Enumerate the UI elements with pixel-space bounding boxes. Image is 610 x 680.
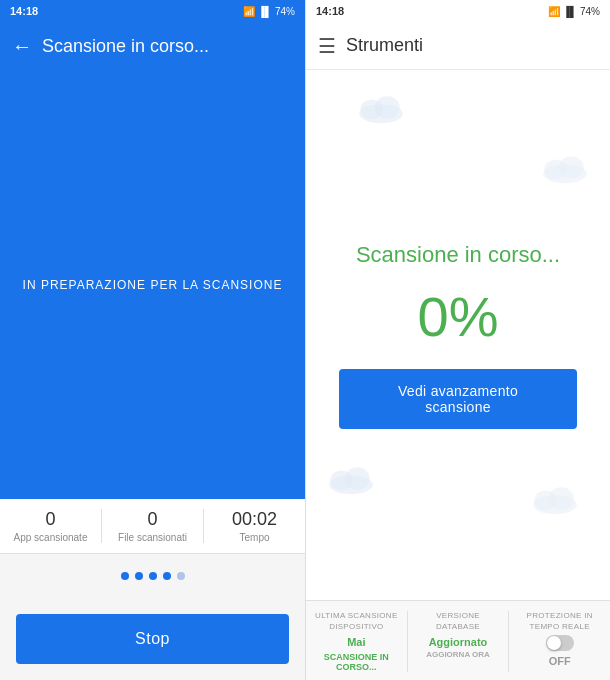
right-status-bar: 14:18 📶 ▐▌ 74%	[306, 0, 610, 22]
right-percent-display: 0%	[418, 284, 499, 349]
stat-files-label: File scansionati	[118, 532, 187, 543]
footer-last-scan-label: ULTIMA SCANSIONE DISPOSITIVO	[312, 611, 401, 632]
left-scanning-area: IN PREPARAZIONE PER LA SCANSIONE	[0, 70, 305, 499]
stop-button[interactable]: Stop	[16, 614, 289, 664]
right-main-content: Scansione in corso... 0% Vedi avanzament…	[306, 70, 610, 600]
dot-2	[135, 572, 143, 580]
footer-db-label: VERSIONE DATABASE	[414, 611, 503, 632]
back-button[interactable]: ←	[12, 35, 32, 58]
cloud-bottom-left	[326, 461, 376, 500]
stat-time: 00:02 Tempo	[204, 509, 305, 543]
signal-icon: ▐▌	[258, 6, 272, 17]
right-footer: ULTIMA SCANSIONE DISPOSITIVO Mai SCANSIO…	[306, 600, 610, 680]
left-progress-dots	[0, 554, 305, 598]
toggle-knob	[547, 636, 561, 650]
right-wifi-icon: 📶	[548, 6, 560, 17]
footer-update-now[interactable]: AGGIORNA ORA	[426, 650, 490, 659]
stat-files-scanned: 0 File scansionati	[102, 509, 204, 543]
left-time: 14:18	[10, 5, 38, 17]
left-toolbar: ← Scansione in corso...	[0, 22, 305, 70]
wifi-icon: 📶	[243, 6, 255, 17]
footer-realtime-protection: PROTEZIONE IN TEMPO REALE OFF	[509, 611, 610, 672]
right-page-title: Strumenti	[346, 35, 423, 56]
footer-last-scan-value: Mai	[347, 636, 365, 648]
footer-protection-status: OFF	[549, 655, 571, 667]
cloud-bottom-right	[530, 481, 580, 520]
left-status-icons: 📶 ▐▌ 74%	[243, 6, 295, 17]
svg-point-11	[549, 487, 574, 510]
cloud-top-left	[356, 90, 406, 129]
right-signal-icon: ▐▌	[563, 6, 577, 17]
footer-db-value: Aggiornato	[429, 636, 488, 648]
stat-apps-value: 0	[45, 509, 55, 530]
footer-database-version: VERSIONE DATABASE Aggiornato AGGIORNA OR…	[408, 611, 510, 672]
footer-last-scan: ULTIMA SCANSIONE DISPOSITIVO Mai SCANSIO…	[306, 611, 408, 672]
menu-button[interactable]: ☰	[318, 34, 336, 58]
cloud-top-right	[540, 150, 590, 189]
stat-apps-label: App scansionate	[14, 532, 88, 543]
right-battery-icon: 74%	[580, 6, 600, 17]
right-time: 14:18	[316, 5, 344, 17]
footer-protection-label: PROTEZIONE IN TEMPO REALE	[515, 611, 604, 632]
stat-apps-scanned: 0 App scansionate	[0, 509, 102, 543]
footer-scanning-status: SCANSIONE IN CORSO...	[312, 652, 401, 672]
right-status-icons: 📶 ▐▌ 74%	[548, 6, 600, 17]
dot-4	[163, 572, 171, 580]
svg-point-5	[559, 156, 584, 179]
left-page-title: Scansione in corso...	[42, 36, 209, 57]
right-panel: 14:18 📶 ▐▌ 74% ☰ Strumenti	[305, 0, 610, 680]
svg-point-8	[345, 467, 370, 490]
left-stats: 0 App scansionate 0 File scansionati 00:…	[0, 499, 305, 554]
protection-toggle[interactable]	[546, 635, 574, 651]
view-progress-button[interactable]: Vedi avanzamento scansione	[339, 369, 577, 429]
toggle-container	[546, 635, 574, 651]
battery-icon: 74%	[275, 6, 295, 17]
dot-1	[121, 572, 129, 580]
stat-files-value: 0	[147, 509, 157, 530]
svg-point-2	[375, 96, 400, 119]
stat-time-value: 00:02	[232, 509, 277, 530]
dot-5	[177, 572, 185, 580]
right-toolbar: ☰ Strumenti	[306, 22, 610, 70]
dot-3	[149, 572, 157, 580]
left-status-bar: 14:18 📶 ▐▌ 74%	[0, 0, 305, 22]
left-panel: 14:18 📶 ▐▌ 74% ← Scansione in corso... I…	[0, 0, 305, 680]
stat-time-label: Tempo	[239, 532, 269, 543]
left-bottom-area: Stop	[0, 598, 305, 680]
right-scan-status-text: Scansione in corso...	[356, 242, 560, 268]
left-scan-preparing-text: IN PREPARAZIONE PER LA SCANSIONE	[23, 278, 283, 292]
